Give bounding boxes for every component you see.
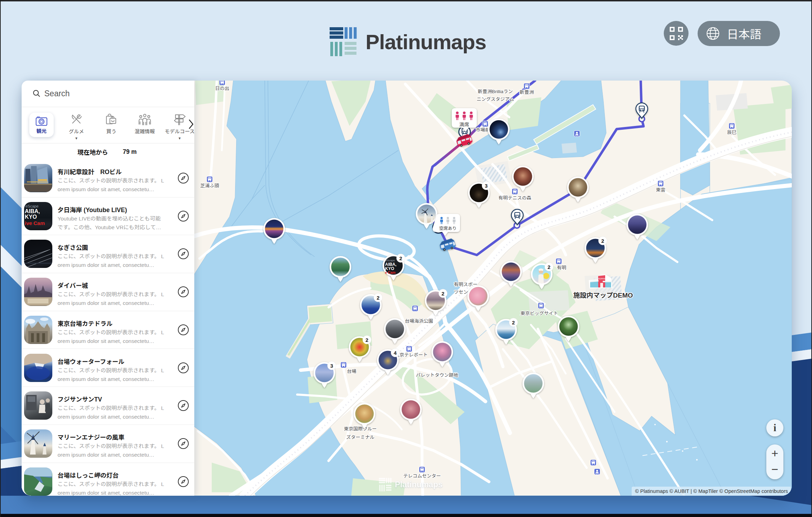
svg-text:2: 2 [399, 255, 402, 261]
svg-text:新豊洲: 新豊洲 [520, 90, 534, 95]
svg-text:4: 4 [394, 350, 397, 356]
svg-text:パレットタウン跡地: パレットタウン跡地 [416, 373, 458, 378]
svg-text:満席: 満席 [459, 122, 469, 127]
svg-text:台場: 台場 [347, 369, 356, 374]
svg-text:2: 2 [366, 337, 368, 343]
svg-text:2: 2 [512, 320, 515, 325]
svg-text:施設内マップDEMO: 施設内マップDEMO [573, 292, 633, 299]
svg-text:東雲: 東雲 [656, 187, 666, 193]
svg-text:ズターミナル: ズターミナル [346, 435, 375, 440]
svg-text:2: 2 [442, 291, 444, 297]
svg-text:eScape: eScape [385, 259, 395, 262]
svg-text:日の出: 日の出 [215, 86, 230, 91]
svg-text:空席あり: 空席あり [439, 226, 457, 231]
svg-text:有明: 有明 [557, 265, 566, 270]
svg-text:市場前: 市場前 [476, 127, 490, 133]
svg-text:辰巳: 辰巳 [727, 130, 737, 135]
svg-text:3: 3 [485, 183, 488, 189]
svg-text:芝浦ふ頭: 芝浦ふ頭 [200, 183, 219, 188]
svg-text:東京国際クルー: 東京国際クルー [344, 426, 377, 432]
svg-text:e Cam: e Cam [385, 271, 396, 275]
svg-text:東京ビッグサイト: 東京ビッグサイト [520, 311, 558, 316]
svg-text:KYO: KYO [385, 266, 394, 271]
svg-text:SHOPPING: SHOPPING [597, 278, 607, 280]
svg-text:3: 3 [330, 363, 333, 369]
svg-text:新豊洲Brilliaラン: 新豊洲Brilliaラン [478, 89, 513, 94]
svg-text:2: 2 [601, 238, 604, 244]
svg-text:有明テニスの森: 有明テニスの森 [498, 195, 532, 201]
svg-text:東京テレポート: 東京テレポート [395, 352, 428, 358]
svg-text:台場海浜公園: 台場海浜公園 [405, 319, 433, 324]
svg-text:2: 2 [377, 295, 379, 301]
svg-text:ニングスタジアム: ニングスタジアム [476, 97, 514, 102]
svg-text:2: 2 [548, 264, 550, 270]
